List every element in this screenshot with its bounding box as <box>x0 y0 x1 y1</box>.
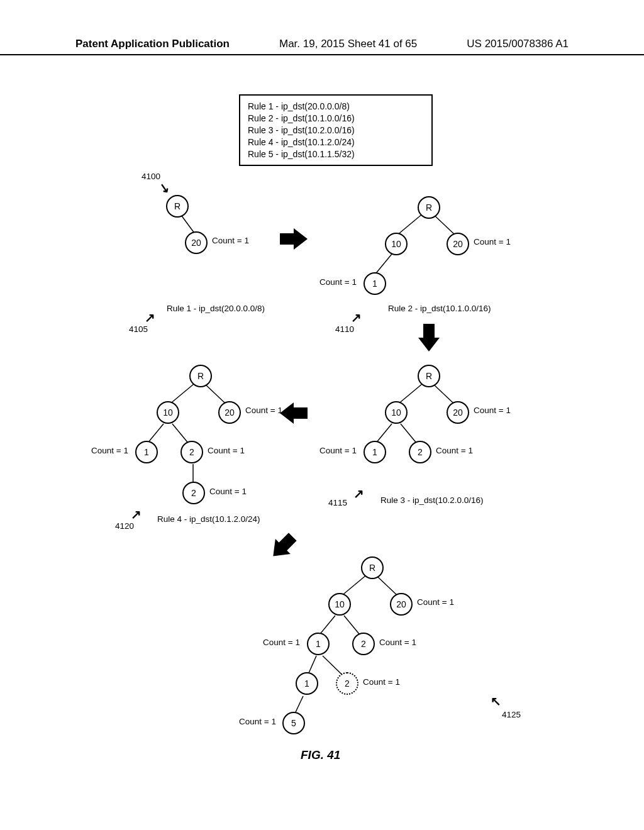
tree4115-count-2: Count = 1 <box>436 446 473 455</box>
ref-4110: 4110 <box>335 324 354 334</box>
page-header: Patent Application Publication Mar. 19, … <box>0 38 644 55</box>
ref-4125: 4125 <box>502 710 521 719</box>
step-4105-label: Rule 1 - ip_dst(20.0.0.0/8) <box>167 304 265 313</box>
tree4120-node-20: 20 <box>218 401 241 424</box>
figure-caption: FIG. 41 <box>301 748 340 762</box>
tree4125-node-r: R <box>361 556 384 579</box>
ref-4105: 4105 <box>129 324 148 334</box>
tree4125-count-2b: Count = 1 <box>363 677 400 687</box>
header-left: Patent Application Publication <box>75 38 230 50</box>
tree4120-count-2b: Count = 1 <box>209 487 247 496</box>
rules-box: Rule 1 - ip_dst(20.0.0.0/8) Rule 2 - ip_… <box>239 94 433 166</box>
tree4120-node-2a: 2 <box>180 441 203 463</box>
rule-4: Rule 4 - ip_dst(10.1.2.0/24) <box>248 136 424 148</box>
tree-lines <box>0 63 644 792</box>
tree4120-count-2a: Count = 1 <box>208 446 245 455</box>
tree4100-node-r: R <box>166 195 189 218</box>
header-center: Mar. 19, 2015 Sheet 41 of 65 <box>279 38 417 50</box>
svg-marker-21 <box>418 324 440 351</box>
tree4110-count-20: Count = 1 <box>474 237 511 246</box>
tree4125-node-10: 10 <box>328 593 351 616</box>
header-right: US 2015/0078386 A1 <box>467 38 569 50</box>
tree4120-count-20: Count = 1 <box>245 406 282 415</box>
svg-line-2 <box>433 214 456 236</box>
tree4115-node-r: R <box>418 365 440 387</box>
tree4125-node-1a: 1 <box>307 633 330 655</box>
tree4125-count-20: Count = 1 <box>417 597 454 607</box>
ref-4105-arrow: ↗ <box>145 311 155 324</box>
ref-4100-arrow: ↘ <box>158 181 170 196</box>
tree4125-node-5: 5 <box>282 712 305 734</box>
rule-2: Rule 2 - ip_dst(10.1.0.0/16) <box>248 113 424 124</box>
ref-4115-arrow: ↗ <box>353 487 364 500</box>
tree4110-node-r: R <box>418 196 440 219</box>
tree4120-count-1: Count = 1 <box>91 446 128 455</box>
ref-4115: 4115 <box>328 498 347 507</box>
tree4120-node-2b: 2 <box>182 482 205 504</box>
tree4120-node-1: 1 <box>135 441 158 463</box>
tree4110-node-20: 20 <box>447 233 469 255</box>
tree4115-count-1: Count = 1 <box>319 446 357 455</box>
arrow-left-1 <box>280 402 308 426</box>
tree4125-node-20: 20 <box>390 593 413 616</box>
tree4115-node-1: 1 <box>364 441 386 463</box>
svg-line-1 <box>396 214 423 236</box>
step-4120-label: Rule 4 - ip_dst(10.1.2.0/24) <box>157 514 260 524</box>
tree4115-node-2: 2 <box>409 441 431 463</box>
tree4115-count-20: Count = 1 <box>474 406 511 415</box>
rule-1: Rule 1 - ip_dst(20.0.0.0/8) <box>248 101 424 113</box>
tree4100-count-20: Count = 1 <box>212 236 249 245</box>
ref-4125-arrow: ↖ <box>491 695 501 707</box>
svg-marker-20 <box>280 228 308 250</box>
tree4115-node-20: 20 <box>447 401 469 424</box>
tree4125-count-1a: Count = 1 <box>263 638 300 647</box>
tree4125-count-2a: Count = 1 <box>379 638 416 647</box>
tree4125-count-5: Count = 1 <box>239 717 276 726</box>
tree4100-node-20: 20 <box>185 231 208 254</box>
figure-canvas: Rule 1 - ip_dst(20.0.0.0/8) Rule 2 - ip_… <box>0 63 644 792</box>
arrow-down-1 <box>418 324 440 354</box>
arrow-right-1 <box>280 228 308 252</box>
rule-3: Rule 3 - ip_dst(10.2.0.0/16) <box>248 124 424 136</box>
ref-4120-arrow: ↗ <box>131 508 142 521</box>
step-4110-label: Rule 2 - ip_dst(10.1.0.0/16) <box>388 304 491 313</box>
svg-marker-22 <box>280 402 308 424</box>
ref-4100: 4100 <box>142 172 160 181</box>
tree4110-node-10: 10 <box>385 233 408 255</box>
ref-4110-arrow: ↗ <box>351 311 362 324</box>
tree4125-node-1b: 1 <box>296 672 318 695</box>
rule-5: Rule 5 - ip_dst(10.1.1.5/32) <box>248 148 424 160</box>
arrow-diag-1 <box>264 529 304 570</box>
tree4125-node-2a: 2 <box>352 633 375 655</box>
tree4120-node-10: 10 <box>157 401 179 424</box>
tree4125-node-2b: 2 <box>336 672 358 695</box>
tree4115-node-10: 10 <box>385 401 408 424</box>
tree4110-node-1: 1 <box>364 272 386 295</box>
ref-4120: 4120 <box>115 521 134 531</box>
tree4110-count-1: Count = 1 <box>319 277 357 287</box>
tree4120-node-r: R <box>189 365 212 387</box>
svg-marker-23 <box>265 529 300 563</box>
step-4115-label: Rule 3 - ip_dst(10.2.0.0/16) <box>380 495 484 505</box>
